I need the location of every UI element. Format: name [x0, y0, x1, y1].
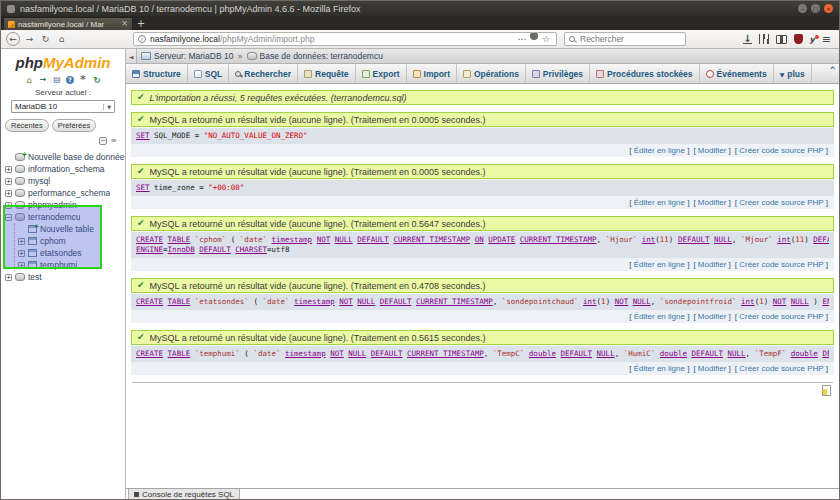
- link-inline-edit[interactable]: Éditer en ligne: [634, 312, 685, 321]
- scroll-top-icon[interactable]: ^: [829, 66, 836, 75]
- link-inline-edit[interactable]: Éditer en ligne: [634, 146, 685, 155]
- site-info-icon[interactable]: i: [138, 35, 146, 43]
- panel-settings-icon[interactable]: ≡: [110, 136, 117, 145]
- success-message: ✔MySQL a retourné un résultat vide (aucu…: [131, 278, 834, 293]
- tree-item-cphom[interactable]: +cphom: [18, 235, 125, 247]
- expander-icon[interactable]: +: [5, 190, 12, 197]
- library-button[interactable]: [759, 34, 769, 44]
- success-text: MySQL a retourné un résultat vide (aucun…: [150, 281, 486, 291]
- link-edit[interactable]: Modifier: [698, 146, 726, 155]
- security-addon-button[interactable]: [794, 34, 803, 44]
- help-icon[interactable]: [66, 76, 74, 84]
- expander-icon[interactable]: +: [18, 238, 25, 245]
- tree-item-performance-schema[interactable]: +performance_schema: [5, 187, 125, 199]
- tab-import[interactable]: Import: [407, 64, 457, 83]
- logout-icon[interactable]: [38, 75, 48, 85]
- bookmark-button[interactable]: ☆: [540, 33, 552, 45]
- tab-close-icon[interactable]: ×: [121, 20, 128, 28]
- back-button[interactable]: ←: [6, 32, 20, 46]
- tree-item-label: Nouvelle table: [40, 224, 94, 234]
- collapse-all-icon[interactable]: −: [99, 137, 107, 145]
- page-actions-button[interactable]: ⋯: [516, 33, 528, 45]
- search-icon: [569, 36, 575, 42]
- link-create-php-code[interactable]: Créer code source PHP: [739, 260, 823, 269]
- link-edit[interactable]: Modifier: [698, 364, 726, 373]
- link-edit[interactable]: Modifier: [698, 312, 726, 321]
- expander-icon[interactable]: −: [5, 214, 12, 221]
- query-edit-icon[interactable]: [822, 385, 831, 396]
- minimize-button[interactable]: –: [798, 4, 807, 13]
- search-input[interactable]: [578, 33, 681, 45]
- pocket-icon[interactable]: [530, 33, 538, 40]
- favorite-tables-button[interactable]: Préférées: [52, 119, 97, 132]
- link-inline-edit[interactable]: Éditer en ligne: [634, 198, 685, 207]
- database-icon: [15, 213, 25, 221]
- tab-query[interactable]: Requête: [298, 64, 356, 83]
- docs-icon[interactable]: [52, 75, 62, 85]
- tree-item-label: terranodemcu: [28, 212, 80, 222]
- sql-console-toggle[interactable]: Console de requêtes SQL: [128, 489, 240, 500]
- server-select[interactable]: MariaDB 10 ▼: [11, 100, 115, 113]
- tab-export[interactable]: Export: [356, 64, 407, 83]
- forward-button[interactable]: →: [23, 32, 36, 45]
- expander-icon[interactable]: +: [5, 166, 12, 173]
- breadcrumb-database[interactable]: Base de données: terranodemcu: [247, 51, 383, 61]
- tab-structure[interactable]: Structure: [126, 64, 188, 83]
- tree-item-information-schema[interactable]: +information_schema: [5, 163, 125, 175]
- recent-tables-button[interactable]: Récentes: [5, 119, 49, 132]
- expander-icon[interactable]: +: [5, 274, 12, 281]
- downloads-button[interactable]: [743, 34, 751, 44]
- tree-item-nouvelle-base-de-donn-es[interactable]: Nouvelle base de données: [5, 151, 125, 163]
- settings-icon[interactable]: [78, 75, 88, 85]
- success-text: L'importation a réussi, 5 requêtes exécu…: [150, 93, 407, 103]
- database-icon: [15, 273, 25, 281]
- expander-icon[interactable]: +: [5, 202, 12, 209]
- maximize-button[interactable]: □: [811, 4, 820, 13]
- search-bar[interactable]: [564, 32, 686, 46]
- url-bar[interactable]: i nasfamilyone.local/phpMyAdmin/import.p…: [133, 32, 557, 46]
- result-message: ✔L'importation a réussi, 5 requêtes exéc…: [131, 90, 834, 105]
- reload-button[interactable]: ↻: [39, 32, 52, 45]
- link-create-php-code[interactable]: Créer code source PHP: [739, 146, 823, 155]
- result-links: [ Éditer en ligne ][ Modifier ][ Créer c…: [131, 362, 834, 375]
- close-button[interactable]: ×: [824, 4, 833, 13]
- tab-procedures[interactable]: Procédures stockées: [590, 64, 700, 83]
- link-inline-edit[interactable]: Éditer en ligne: [634, 364, 685, 373]
- chevron-down-icon: [780, 69, 785, 79]
- tree-item-test[interactable]: +test: [5, 271, 125, 283]
- tree-item-etatsondes[interactable]: +etatsondes: [18, 247, 125, 259]
- tab-search[interactable]: Rechercher: [229, 64, 298, 83]
- browser-toolbar: ←→↻⌂ i nasfamilyone.local/phpMyAdmin/imp…: [1, 30, 839, 49]
- link-edit[interactable]: Modifier: [698, 260, 726, 269]
- link-create-php-code[interactable]: Créer code source PHP: [739, 364, 823, 373]
- tab-sql[interactable]: SQL: [188, 64, 229, 83]
- expander-icon[interactable]: +: [18, 250, 25, 257]
- new-tab-button[interactable]: +: [133, 18, 149, 30]
- sidebars-button[interactable]: [776, 35, 787, 44]
- tab-privileges[interactable]: Privilèges: [526, 64, 590, 83]
- tree-item-mysql[interactable]: +mysql: [5, 175, 125, 187]
- tree-item-nouvelle-table[interactable]: Nouvelle table: [18, 223, 125, 235]
- home-button[interactable]: ⌂: [55, 32, 68, 45]
- home-icon[interactable]: [24, 75, 34, 85]
- expander-icon[interactable]: +: [5, 178, 12, 185]
- breadcrumb-server[interactable]: Serveur: MariaDB 10: [141, 51, 233, 61]
- expander-icon[interactable]: +: [18, 262, 25, 269]
- tree-item-terranodemcu[interactable]: −terranodemcu: [5, 211, 125, 223]
- link-inline-edit[interactable]: Éditer en ligne: [634, 260, 685, 269]
- navigation-collapse-button[interactable]: ◄: [126, 49, 137, 63]
- url-path: /phpMyAdmin/import.php: [220, 34, 315, 44]
- yo-extension-button[interactable]: y: [810, 35, 815, 44]
- browser-tab[interactable]: nasfamilyone.local / Mar ×: [3, 17, 133, 30]
- link-edit[interactable]: Modifier: [698, 198, 726, 207]
- link-create-php-code[interactable]: Créer code source PHP: [739, 312, 823, 321]
- tree-item-phpmyadmin[interactable]: +phpmyadmin: [5, 199, 125, 211]
- refresh-icon[interactable]: [92, 75, 102, 85]
- tab-operations[interactable]: Opérations: [457, 64, 526, 83]
- tree-children: Nouvelle table+cphom+etatsondes+temphumi: [14, 223, 125, 271]
- tab-events[interactable]: Événements: [700, 64, 774, 83]
- tab-plus[interactable]: plus: [774, 64, 812, 83]
- link-create-php-code[interactable]: Créer code source PHP: [739, 198, 823, 207]
- menu-button[interactable]: ≡: [822, 33, 831, 46]
- tree-item-temphumi[interactable]: +temphumi: [18, 259, 125, 271]
